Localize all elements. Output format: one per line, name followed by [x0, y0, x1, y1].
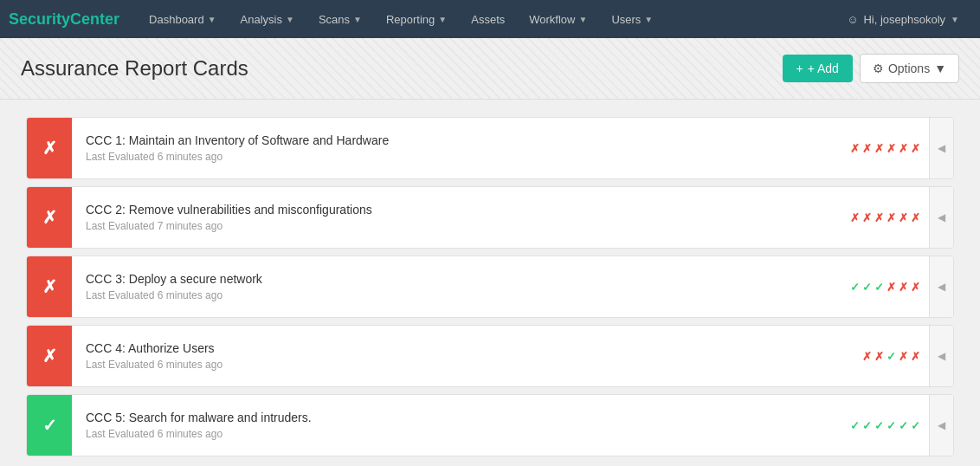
- indicator-x: ✗: [862, 350, 872, 363]
- indicator-x: ✗: [911, 281, 920, 294]
- indicator-x: ✗: [899, 142, 908, 155]
- card-info: CCC 5: Search for malware and intruders.…: [72, 400, 841, 450]
- content-area: ✗ CCC 1: Maintain an Inventory of Softwa…: [0, 100, 980, 466]
- nav-dropdown-icon: ▼: [208, 15, 216, 24]
- header-bar: Assurance Report Cards + + Add ⚙ Options…: [0, 38, 980, 100]
- add-icon: +: [796, 61, 803, 75]
- nav-dropdown-icon: ▼: [644, 15, 653, 24]
- indicator-x: ✗: [850, 142, 860, 155]
- indicator-check: ✓: [874, 281, 884, 294]
- card-title: CCC 3: Deploy a secure network: [86, 272, 828, 286]
- add-button[interactable]: + + Add: [783, 55, 853, 82]
- nav-item-workflow[interactable]: Workflow▼: [517, 0, 599, 38]
- card-info: CCC 4: Authorize Users Last Evaluated 6 …: [72, 331, 854, 381]
- card-title: CCC 5: Search for malware and intruders.: [86, 411, 828, 424]
- options-label: Options: [888, 61, 930, 75]
- nav-user-chevron: ▼: [951, 15, 959, 24]
- nav-label: Reporting: [386, 13, 435, 26]
- indicator-check: ✓: [911, 419, 920, 432]
- navbar: SecurityCenter Dashboard▼Analysis▼Scans▼…: [0, 0, 980, 38]
- indicator-check: ✓: [862, 281, 872, 294]
- card-indicators: ✗✗✗✗✗✗: [841, 211, 929, 224]
- indicator-check: ✓: [850, 419, 860, 432]
- indicator-x: ✗: [911, 211, 920, 224]
- indicator-x: ✗: [887, 211, 896, 224]
- card-subtitle: Last Evaluated 6 minutes ago: [86, 289, 828, 301]
- card-status-icon: ✗: [27, 256, 72, 317]
- card-subtitle: Last Evaluated 6 minutes ago: [86, 151, 828, 163]
- indicator-check: ✓: [887, 350, 896, 363]
- nav-label: Workflow: [529, 13, 575, 26]
- indicator-x: ✗: [850, 211, 860, 224]
- card-subtitle: Last Evaluated 7 minutes ago: [86, 220, 828, 232]
- nav-items: Dashboard▼Analysis▼Scans▼Reporting▼Asset…: [137, 0, 835, 38]
- nav-item-users[interactable]: Users▼: [599, 0, 665, 38]
- card-row: ✗ CCC 2: Remove vulnerabilities and misc…: [26, 186, 954, 249]
- nav-label: Analysis: [241, 13, 282, 26]
- nav-label: Dashboard: [149, 13, 204, 26]
- card-status-icon: ✓: [27, 395, 72, 456]
- card-row: ✗ CCC 1: Maintain an Inventory of Softwa…: [26, 117, 954, 179]
- indicator-x: ✗: [911, 350, 920, 363]
- nav-item-reporting[interactable]: Reporting▼: [374, 0, 459, 38]
- card-title: CCC 1: Maintain an Inventory of Software…: [86, 133, 828, 147]
- card-status-icon: ✗: [27, 187, 72, 248]
- indicator-x: ✗: [862, 142, 872, 155]
- nav-dropdown-icon: ▼: [353, 15, 362, 24]
- indicator-x: ✗: [911, 142, 920, 155]
- card-subtitle: Last Evaluated 6 minutes ago: [86, 428, 828, 440]
- add-label: + Add: [808, 61, 839, 75]
- nav-label: Users: [611, 13, 641, 26]
- card-expand-button[interactable]: ◀: [929, 118, 953, 178]
- indicator-x: ✗: [862, 211, 872, 224]
- brand-prefix: Security: [9, 10, 70, 28]
- gear-icon: ⚙: [873, 61, 884, 75]
- nav-item-assets[interactable]: Assets: [459, 0, 517, 38]
- brand-logo[interactable]: SecurityCenter: [9, 10, 119, 29]
- card-indicators: ✗✗✗✗✗✗: [841, 142, 929, 155]
- nav-dropdown-icon: ▼: [438, 15, 447, 24]
- user-icon: ☺: [847, 13, 858, 26]
- nav-item-scans[interactable]: Scans▼: [306, 0, 374, 38]
- card-info: CCC 3: Deploy a secure network Last Eval…: [72, 262, 841, 312]
- card-title: CCC 2: Remove vulnerabilities and miscon…: [86, 203, 828, 217]
- card-expand-button[interactable]: ◀: [929, 256, 953, 317]
- indicator-check: ✓: [899, 419, 908, 432]
- indicator-x: ✗: [874, 211, 884, 224]
- card-indicators: ✗✗✓✗✗: [854, 350, 929, 363]
- card-title: CCC 4: Authorize Users: [86, 341, 840, 355]
- indicator-x: ✗: [887, 142, 896, 155]
- indicator-x: ✗: [899, 281, 908, 294]
- card-expand-button[interactable]: ◀: [929, 326, 953, 386]
- card-status-icon: ✗: [27, 118, 72, 178]
- card-subtitle: Last Evaluated 6 minutes ago: [86, 359, 840, 371]
- card-status-icon: ✗: [27, 326, 72, 386]
- nav-user[interactable]: ☺ Hi, josephsokoly ▼: [835, 0, 971, 38]
- indicator-check: ✓: [850, 281, 860, 294]
- card-list: ✗ CCC 1: Maintain an Inventory of Softwa…: [26, 117, 954, 456]
- card-row: ✗ CCC 3: Deploy a secure network Last Ev…: [26, 256, 954, 318]
- card-expand-button[interactable]: ◀: [929, 395, 953, 456]
- card-expand-button[interactable]: ◀: [929, 187, 953, 248]
- nav-user-label: Hi, josephsokoly: [863, 13, 945, 26]
- page-title: Assurance Report Cards: [21, 56, 783, 81]
- nav-dropdown-icon: ▼: [286, 15, 294, 24]
- indicator-x: ✗: [899, 211, 908, 224]
- card-row: ✗ CCC 4: Authorize Users Last Evaluated …: [26, 325, 954, 387]
- indicator-x: ✗: [899, 350, 908, 363]
- brand-suffix: Center: [70, 10, 119, 28]
- indicator-x: ✗: [874, 350, 884, 363]
- card-indicators: ✓✓✓✓✓✓: [841, 419, 929, 432]
- options-chevron: ▼: [934, 61, 946, 75]
- card-info: CCC 2: Remove vulnerabilities and miscon…: [72, 192, 841, 243]
- options-button[interactable]: ⚙ Options ▼: [860, 54, 959, 83]
- card-row: ✓ CCC 5: Search for malware and intruder…: [26, 394, 954, 456]
- card-info: CCC 1: Maintain an Inventory of Software…: [72, 123, 841, 173]
- nav-item-analysis[interactable]: Analysis▼: [229, 0, 306, 38]
- card-indicators: ✓✓✓✗✗✗: [841, 281, 929, 294]
- nav-item-dashboard[interactable]: Dashboard▼: [137, 0, 229, 38]
- nav-label: Scans: [319, 13, 350, 26]
- indicator-check: ✓: [862, 419, 872, 432]
- indicator-x: ✗: [874, 142, 884, 155]
- indicator-check: ✓: [874, 419, 884, 432]
